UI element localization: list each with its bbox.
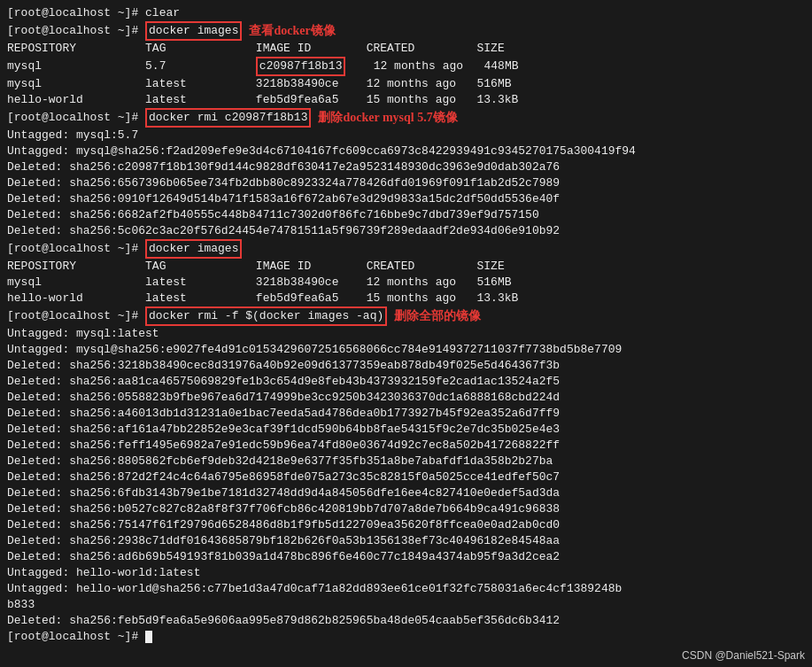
- col-tag: TAG: [145, 41, 256, 57]
- prompt: [root@localhost ~]#: [7, 241, 145, 257]
- deleted-4: Deleted: sha256:6682af2fb40555c448b84711…: [7, 207, 805, 223]
- untagged-mysql-sha: Untagged: mysql@sha256:e9027fe4d91c01534…: [7, 342, 805, 358]
- untagged-hello-sha: Untagged: hello-world@sha256:c77be1d3a47…: [7, 581, 805, 597]
- table-header-1: REPOSITORY TAG IMAGE ID CREATED SIZE: [7, 41, 805, 57]
- deleted-6: Deleted: sha256:3218b38490cec8d31976a40b…: [7, 358, 805, 374]
- deleted-12: Deleted: sha256:8805862fcb6ef9deb32d4218…: [7, 454, 805, 469]
- untagged-57: Untagged: mysql:5.7: [7, 128, 805, 143]
- deleted-15: Deleted: sha256:b0527c827c82a8f8f37f706f…: [7, 501, 805, 517]
- cell-data: mysql latest 3218b38490ce 12 months ago …: [7, 76, 512, 92]
- table-row-hello-world-2: hello-world latest feb5d9fea6a5 15 month…: [7, 291, 805, 306]
- deleted-1: Deleted: sha256:c20987f18b130f9d144c9828…: [7, 159, 805, 175]
- deleted-18: Deleted: sha256:ad6b69b549193f81b039a1d4…: [7, 549, 805, 565]
- terminal: [root@localhost ~]# clear [root@localhos…: [0, 0, 812, 667]
- deleted-11: Deleted: sha256:feff1495e6982a7e91edc59b…: [7, 438, 805, 454]
- deleted-19: Deleted: sha256:feb5d9fea6a5e9606aa995e8…: [7, 613, 805, 629]
- cursor: [145, 631, 152, 643]
- col-id: IMAGE ID: [256, 41, 367, 57]
- untagged-mysql-latest: Untagged: mysql:latest: [7, 326, 805, 342]
- prompt: [root@localhost ~]#: [7, 5, 145, 21]
- line-docker-rmi-all: [root@localhost ~]# docker rmi -f $(dock…: [7, 306, 805, 326]
- deleted-10: Deleted: sha256:af161a47bb22852e9e3caf39…: [7, 422, 805, 438]
- table-row-mysql-latest-2: mysql latest 3218b38490ce 12 months ago …: [7, 275, 805, 291]
- line-docker-images-1: [root@localhost ~]# docker images查看docke…: [7, 21, 805, 41]
- deleted-7: Deleted: sha256:aa81ca46575069829fe1b3c6…: [7, 374, 805, 390]
- deleted-9: Deleted: sha256:a46013db1d31231a0e1bac7e…: [7, 406, 805, 422]
- table-header-2: REPOSITORY TAG IMAGE ID CREATED SIZE: [7, 259, 805, 275]
- deleted-5: Deleted: sha256:5c062c3ac20f576d24454e74…: [7, 223, 805, 239]
- untagged-57-sha: Untagged: mysql@sha256:f2ad209efe9e3d4c6…: [7, 143, 805, 159]
- deleted-14: Deleted: sha256:6fdb3143b79e1be7181d3274…: [7, 485, 805, 501]
- cmd-docker-images-box: docker images: [145, 21, 242, 41]
- table-row-hello-world: hello-world latest feb5d9fea6a5 15 month…: [7, 92, 805, 108]
- annotation-docker-images: 查看docker镜像: [249, 23, 335, 40]
- prompt: [root@localhost ~]#: [7, 110, 145, 126]
- cmd-docker-images-2: docker images: [149, 242, 238, 255]
- table-row-mysql-57: mysql 5.7 c20987f18b13 12 months ago 448…: [7, 57, 805, 76]
- cmd-rmi-box: docker rmi c20987f18b13: [145, 108, 311, 128]
- cmd-clear: clear: [145, 5, 180, 21]
- cmd-docker-images: docker images: [149, 24, 238, 37]
- deleted-17: Deleted: sha256:2938c71ddf01643685879bf1…: [7, 533, 805, 549]
- untagged-hello-latest: Untagged: hello-world:latest: [7, 565, 805, 581]
- final-prompt: [root@localhost ~]#: [7, 629, 805, 645]
- table-row-mysql-latest: mysql latest 3218b38490ce 12 months ago …: [7, 76, 805, 92]
- col-repo: REPOSITORY: [7, 41, 145, 57]
- prompt-final: [root@localhost ~]#: [7, 629, 145, 645]
- cell-repo: mysql: [7, 58, 145, 74]
- line-docker-images-2: [root@localhost ~]# docker images: [7, 239, 805, 259]
- prompt: [root@localhost ~]#: [7, 308, 145, 324]
- col-created: CREATED: [367, 41, 477, 57]
- deleted-2: Deleted: sha256:6567396b065ee734fb2dbb80…: [7, 175, 805, 191]
- annotation-rmi-all: 删除全部的镜像: [394, 308, 481, 325]
- cmd-rmi: docker rmi c20987f18b13: [149, 111, 307, 124]
- col-size: SIZE: [477, 41, 505, 57]
- cell-data: hello-world latest feb5d9fea6a5 15 month…: [7, 92, 518, 108]
- cmd-rmi-all: docker rmi -f $(docker images -aq): [149, 309, 383, 322]
- watermark: CSDN @Daniel521-Spark: [682, 649, 805, 662]
- deleted-8: Deleted: sha256:0558823b9fbe967ea6d71749…: [7, 390, 805, 406]
- cell-rest: 12 months ago 448MB: [345, 58, 518, 74]
- line-clear: [root@localhost ~]# clear: [7, 5, 805, 21]
- hash-line: b833: [7, 597, 805, 613]
- cmd-rmi-all-box: docker rmi -f $(docker images -aq): [145, 306, 387, 326]
- prompt: [root@localhost ~]#: [7, 23, 145, 39]
- cell-tag: 5.7: [145, 58, 256, 74]
- deleted-13: Deleted: sha256:872d2f24c4c64a6795e86958…: [7, 469, 805, 485]
- annotation-rmi: 删除docker mysql 5.7镜像: [318, 110, 457, 127]
- deleted-3: Deleted: sha256:0910f12649d514b471f1583a…: [7, 191, 805, 207]
- cmd-docker-images-2-box: docker images: [145, 239, 242, 259]
- line-docker-rmi-57: [root@localhost ~]# docker rmi c20987f18…: [7, 108, 805, 128]
- cell-id-annotated: c20987f18b13: [256, 57, 346, 76]
- deleted-16: Deleted: sha256:75147f61f29796d6528486d8…: [7, 517, 805, 533]
